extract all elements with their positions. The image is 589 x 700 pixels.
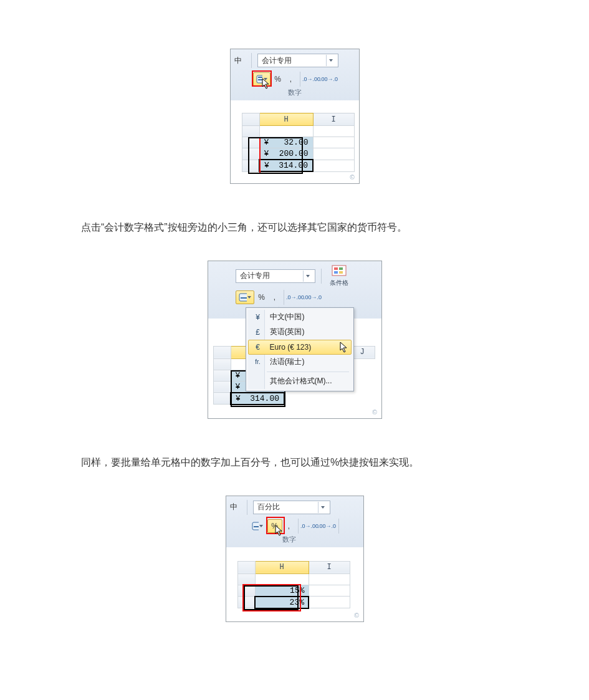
figure-2: 会计专用 条件格 % , .0→.00 . (208, 261, 382, 419)
watermark: © (372, 409, 377, 416)
svg-rect-9 (241, 297, 247, 299)
number-format-dropdown[interactable]: 会计专用 (257, 54, 338, 67)
number-format-dropdown[interactable]: 百分比 (253, 501, 330, 514)
percent-style-button[interactable]: % (272, 72, 284, 86)
col-header-H[interactable]: H (259, 113, 313, 126)
svg-rect-6 (334, 271, 338, 274)
menu-item-more-formats[interactable]: 其他会计格式(M)... (248, 374, 352, 389)
col-header-I[interactable]: I (309, 561, 350, 573)
increase-decimal-button[interactable]: .0→.00 (302, 519, 318, 533)
comma-style-button[interactable]: , (285, 72, 297, 86)
svg-rect-4 (334, 267, 338, 270)
percent-style-button[interactable]: % (256, 290, 268, 304)
svg-rect-7 (339, 271, 343, 274)
menu-item-cny[interactable]: ¥ 中文(中国) (248, 310, 352, 325)
comma-style-button[interactable]: , (269, 290, 280, 304)
figure-3: 中 百分比 % , .0→.00 .00→.0 (226, 496, 364, 622)
currency-dropdown-menu[interactable]: ¥ 中文(中国) £ 英语(英国) € Euro (€ 123) fr. 法语(… (246, 307, 354, 391)
watermark: © (350, 174, 355, 181)
col-header-I[interactable]: I (313, 113, 354, 126)
percent-style-button[interactable]: % (267, 519, 282, 533)
decrease-decimal-button[interactable]: .00→.0 (305, 290, 321, 304)
number-format-label: 会计专用 (262, 55, 292, 66)
group-label-number: 数字 (234, 87, 355, 99)
cell-H-r2[interactable]: ¥200.00 (259, 148, 313, 160)
increase-decimal-button[interactable]: .0→.00 (304, 72, 320, 86)
group-label-number: 数字 (249, 534, 330, 546)
cell-H-r3[interactable]: ¥314.00 (259, 160, 313, 171)
align-snippet: 中 (230, 502, 241, 512)
worksheet[interactable]: H I ¥32.00 ¥200.00 (242, 113, 355, 172)
chevron-down-icon[interactable] (326, 55, 335, 66)
number-format-label: 会计专用 (240, 271, 270, 281)
align-snippet: 中 (234, 55, 246, 66)
caption-1: 点击“会计数字格式”按钮旁边的小三角，还可以选择其它国家的货币符号。 (0, 214, 589, 242)
svg-rect-2 (258, 77, 262, 78)
menu-item-chf[interactable]: fr. 法语(瑞士) (248, 355, 352, 370)
increase-decimal-button[interactable]: .0→.00 (287, 290, 304, 304)
accounting-format-button[interactable] (236, 290, 254, 304)
cell-H-r1[interactable]: 15% (255, 585, 309, 597)
conditional-formatting-button[interactable]: 条件格 (327, 265, 351, 287)
chevron-down-icon[interactable] (318, 502, 327, 513)
caption-2: 同样，要批量给单元格中的数字加上百分号，也可以通过%快捷按钮来实现。 (0, 449, 589, 477)
worksheet[interactable]: H I 15% 23% (237, 561, 350, 609)
menu-item-euro[interactable]: € Euro (€ 123) (248, 340, 352, 355)
cell-H-r1[interactable]: ¥32.00 (259, 137, 313, 148)
ribbon-number-group: 中 会计专用 % , (231, 49, 359, 100)
accounting-format-button[interactable] (253, 72, 271, 86)
comma-style-button[interactable]: , (284, 519, 295, 533)
number-format-label: 百分比 (257, 502, 280, 512)
svg-rect-1 (258, 79, 262, 80)
accounting-format-button[interactable] (249, 519, 266, 533)
watermark: © (354, 612, 359, 619)
decrease-decimal-button[interactable]: .00→.0 (319, 519, 335, 533)
number-format-dropdown[interactable]: 会计专用 (236, 269, 315, 283)
decrease-decimal-button[interactable]: .00→.0 (321, 72, 337, 86)
ribbon-number-group: 中 百分比 % , .0→.00 .00→.0 (226, 496, 363, 547)
svg-rect-11 (254, 526, 259, 527)
cell-H-r3[interactable]: ¥314.00 (231, 393, 284, 405)
svg-rect-3 (332, 266, 346, 276)
col-header-H[interactable]: H (255, 561, 309, 573)
cell-H-r2[interactable]: 23% (255, 597, 309, 608)
menu-item-gbp[interactable]: £ 英语(英国) (248, 325, 352, 340)
svg-rect-5 (339, 267, 343, 270)
figure-1: 中 会计专用 % , (230, 49, 360, 184)
chevron-down-icon[interactable] (303, 271, 312, 282)
